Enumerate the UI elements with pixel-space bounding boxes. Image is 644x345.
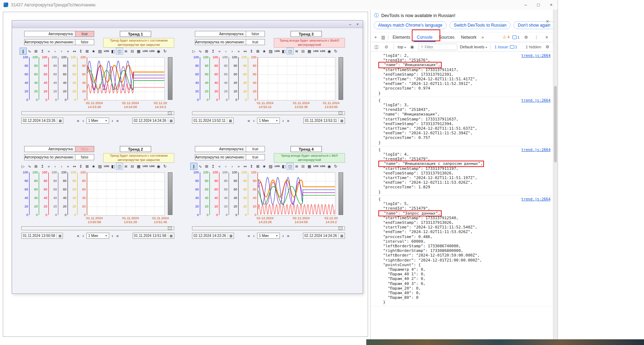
grid-icon[interactable]: ▦ <box>306 163 313 169</box>
list-icon[interactable]: ≡ <box>293 163 300 169</box>
fit-horizontal-icon[interactable]: ↔ <box>71 48 78 54</box>
legend-icon[interactable]: ▨ <box>97 48 103 54</box>
log-scale-mid-icon[interactable]: LOG <box>313 48 319 54</box>
console-settings-gear-icon[interactable]: ⚙ <box>544 44 551 49</box>
notification-close-icon[interactable]: × <box>546 18 549 24</box>
step-backward-button[interactable]: ‹ <box>82 118 85 124</box>
pause-button[interactable]: ‖ <box>20 48 26 54</box>
interval-dropdown[interactable]: 1 Мин▼ <box>257 233 280 239</box>
camera-icon[interactable]: ◉ <box>326 163 332 169</box>
page-forward-icon[interactable]: › <box>229 163 235 169</box>
print-icon[interactable]: ⊟ <box>300 163 306 169</box>
legend-icon[interactable]: ▨ <box>267 48 274 54</box>
always-match-language-button[interactable]: Always match Chrome's language <box>374 21 447 29</box>
camera-icon[interactable]: ◉ <box>155 163 162 169</box>
console-sidebar-icon[interactable]: ◫ <box>373 44 380 49</box>
favorites-icon[interactable]: ★ <box>261 48 267 54</box>
end-date-box[interactable]: 01.11.2024 13:53:11▦ <box>303 118 345 124</box>
step-forward-button[interactable]: › <box>282 233 284 239</box>
step-backward-button[interactable]: ‹ <box>252 233 255 239</box>
switch-to-russian-button[interactable]: Switch DevTools to Russian <box>449 21 511 29</box>
camera-icon[interactable]: ◉ <box>326 48 332 54</box>
live-expression-eye-icon[interactable]: ◉ <box>408 44 416 49</box>
fast-backward-button[interactable]: « <box>76 233 80 239</box>
page-backward-icon[interactable]: ‹ <box>52 48 58 54</box>
grid-icon[interactable]: ▦ <box>135 163 142 169</box>
fit-horizontal-icon[interactable]: ↔ <box>71 163 78 169</box>
maximize-button[interactable]: □ <box>532 0 545 10</box>
tab-sources[interactable]: Sources <box>436 32 458 42</box>
legend-icon[interactable]: ▨ <box>97 163 103 169</box>
refresh-icon[interactable]: ↻ <box>162 48 168 54</box>
refresh-icon[interactable]: ↻ <box>332 48 339 54</box>
step-forward-button[interactable]: › <box>282 118 284 124</box>
page-fast-backward-icon[interactable]: « <box>46 48 52 54</box>
table-icon[interactable]: ⊞ <box>203 163 210 169</box>
refresh-icon[interactable]: ↻ <box>332 163 339 169</box>
favorites-icon[interactable]: ★ <box>261 163 267 169</box>
print-icon[interactable]: ⊟ <box>129 163 135 169</box>
list-icon[interactable]: ≡ <box>123 48 129 54</box>
log-scale-right-icon[interactable]: LOG <box>319 163 326 169</box>
fit-vertical-icon[interactable]: ↕ <box>78 163 84 169</box>
export-icon[interactable]: ↥ <box>39 163 46 169</box>
log-scale-left-icon[interactable]: LOG <box>274 163 281 169</box>
log-scale-left-icon[interactable]: LOG <box>274 48 281 54</box>
log-scale-left-icon[interactable]: LOG <box>103 163 110 169</box>
source-link[interactable]: trend.js:2664 <box>521 197 550 201</box>
pause-button[interactable]: ‖ <box>191 163 197 169</box>
curve-icon[interactable]: ∿ <box>26 48 33 54</box>
log-scale-mid-icon[interactable]: LOG <box>142 163 149 169</box>
page-backward-icon[interactable]: ‹ <box>223 163 229 169</box>
trend-title-button[interactable]: Тренд 4 <box>291 146 322 152</box>
list-icon[interactable]: ≡ <box>123 163 129 169</box>
fast-backward-button[interactable]: « <box>247 233 251 239</box>
tab-network[interactable]: Network <box>458 32 480 42</box>
page-forward-icon[interactable]: › <box>58 48 65 54</box>
fit-horizontal-icon[interactable]: ↔ <box>242 163 248 169</box>
inspect-icon[interactable]: ⌖ <box>372 35 379 40</box>
curve-icon[interactable]: ∿ <box>197 48 203 54</box>
log-levels-dropdown[interactable]: Default levels ▾ <box>460 45 487 49</box>
interval-dropdown[interactable]: 1 Мин▼ <box>257 118 280 124</box>
minimize-button[interactable]: – <box>519 0 532 10</box>
fast-forward-button[interactable]: » <box>116 118 119 124</box>
grid-icon[interactable]: ▦ <box>135 48 142 54</box>
axis-split-icon[interactable]: ◫ <box>116 163 123 169</box>
h-scrollbar-thumb[interactable] <box>339 227 342 230</box>
zoom-reset-icon[interactable]: ⊠ <box>84 48 90 54</box>
list-icon[interactable]: ≡ <box>293 48 300 54</box>
start-date-box[interactable]: 01.11.2024 13:50:58▦ <box>21 233 63 239</box>
fit-horizontal-icon[interactable]: ↔ <box>242 48 248 54</box>
chart-h-scrollbar[interactable] <box>21 111 174 115</box>
fit-vertical-icon[interactable]: ↕ <box>248 48 255 54</box>
axis-left-icon[interactable]: ◧ <box>110 163 116 169</box>
play-button[interactable]: ▷ <box>191 48 197 54</box>
log-scale-right-icon[interactable]: LOG <box>149 48 155 54</box>
vertical-range-slider[interactable] <box>168 172 172 215</box>
trend-title-button[interactable]: Тренд 1 <box>120 31 151 37</box>
log-scale-mid-icon[interactable]: LOG <box>142 48 149 54</box>
refresh-icon[interactable]: ↻ <box>162 163 168 169</box>
page-fast-forward-icon[interactable]: » <box>65 48 71 54</box>
h-scrollbar-thumb[interactable] <box>168 227 172 230</box>
axis-left-icon[interactable]: ◧ <box>281 48 287 54</box>
page-forward-icon[interactable]: › <box>229 48 235 54</box>
panel-minimize-button[interactable]: – <box>347 22 353 26</box>
start-date-box[interactable]: 02.12.2024 14:23:26▦ <box>192 233 234 239</box>
favorites-icon[interactable]: ★ <box>90 48 97 54</box>
table-icon[interactable]: ⊞ <box>33 163 39 169</box>
fast-forward-button[interactable]: » <box>116 233 119 239</box>
warnings-badge[interactable]: ⚠ 4 <box>503 35 510 39</box>
export-icon[interactable]: ↥ <box>210 163 216 169</box>
print-icon[interactable]: ⊟ <box>300 48 306 54</box>
start-date-box[interactable]: 01.11.2024 13:52:11▦ <box>192 118 234 124</box>
page-fast-backward-icon[interactable]: « <box>216 163 223 169</box>
source-link[interactable]: trend.js:2664 <box>521 53 550 58</box>
trend-title-button[interactable]: Тренд 2 <box>120 146 151 152</box>
clear-console-icon[interactable]: ⊘ <box>383 44 390 49</box>
vertical-range-slider[interactable] <box>339 172 343 215</box>
fit-vertical-icon[interactable]: ↕ <box>78 48 84 54</box>
end-date-box[interactable]: 02.12.2024 14:24:26▦ <box>132 118 174 124</box>
log-scale-mid-icon[interactable]: LOG <box>313 163 319 169</box>
